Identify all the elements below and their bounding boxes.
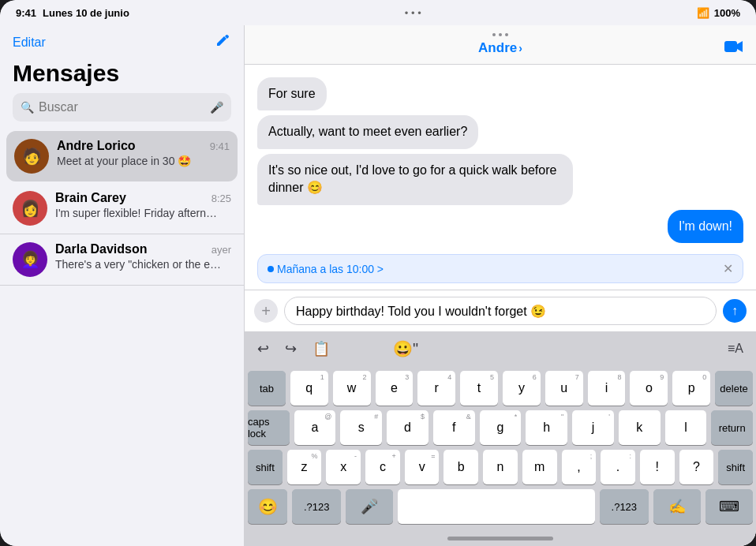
compose-button[interactable]: [214, 32, 231, 54]
add-attachment-button[interactable]: +: [254, 299, 278, 323]
avatar-darla: 👩‍🦱: [13, 242, 47, 277]
scheduled-label: Mañana a las 10:00 >: [277, 263, 384, 275]
key-o[interactable]: 9o: [630, 371, 668, 406]
chat-area: Andre › For sure Actually, want to meet …: [245, 25, 756, 546]
message-bubble-4: I'm down!: [668, 210, 743, 243]
redo-button[interactable]: ↪: [285, 340, 297, 357]
conv-name-andre: Andre Lorico: [57, 139, 136, 153]
scheduled-text[interactable]: Mañana a las 10:00 >: [268, 263, 384, 275]
key-period[interactable]: :.: [601, 450, 635, 484]
keyboard: tab 1q 2w 3e 4r 5t 6y 7u 8i 9o 0p delete…: [245, 366, 756, 530]
avatar-andre: 🧑: [14, 139, 49, 174]
space-key[interactable]: [398, 489, 594, 524]
status-time: 9:41: [16, 7, 36, 19]
key-v[interactable]: =v: [405, 450, 440, 484]
keyboard-dismiss-key[interactable]: ⌨: [705, 489, 753, 524]
conversation-item-andre[interactable]: 🧑 Andre Lorico 9:41 Meet at your place i…: [6, 131, 238, 181]
scheduled-dot-icon: [268, 266, 274, 272]
search-input[interactable]: [39, 100, 205, 114]
key-x[interactable]: -x: [326, 450, 361, 484]
numpad-key-left[interactable]: .?123: [292, 489, 341, 524]
key-e[interactable]: 3e: [376, 371, 414, 406]
key-u[interactable]: 7u: [545, 371, 583, 406]
status-date: Lunes 10 de junio: [43, 7, 129, 19]
conv-time-darla: ayer: [211, 244, 231, 256]
search-icon: 🔍: [21, 101, 34, 114]
scheduled-banner: Mañana a las 10:00 > ✕: [257, 254, 743, 283]
key-n[interactable]: n: [483, 450, 518, 484]
key-y[interactable]: 6y: [503, 371, 541, 406]
send-button[interactable]: ↑: [723, 299, 747, 323]
key-j[interactable]: 'j: [572, 410, 614, 445]
message-row-1: For sure: [257, 77, 743, 110]
key-s[interactable]: #s: [340, 410, 382, 445]
key-k[interactable]: k: [619, 410, 661, 445]
chat-header: Andre ›: [245, 25, 756, 65]
key-c[interactable]: +c: [365, 450, 400, 484]
key-comma[interactable]: ;,: [562, 450, 597, 484]
key-r[interactable]: 4r: [417, 371, 455, 406]
input-area: + ↑: [245, 290, 756, 331]
key-question[interactable]: ?: [679, 450, 714, 484]
undo-button[interactable]: ↩: [257, 340, 269, 357]
conversation-item-brain[interactable]: 👩 Brain Carey 8:25 I'm super flexible! F…: [0, 183, 244, 234]
shift-left-key[interactable]: shift: [248, 450, 283, 484]
battery-icon: 100%: [714, 7, 740, 19]
search-bar[interactable]: 🔍 🎤: [13, 93, 231, 122]
key-i[interactable]: 8i: [588, 371, 626, 406]
wifi-icon: 📶: [697, 7, 709, 19]
format-button[interactable]: ≡A: [728, 342, 743, 356]
avatar-brain: 👩: [13, 191, 47, 226]
sidebar-title: Mensajes: [0, 57, 244, 93]
conv-time-brain: 8:25: [211, 193, 231, 204]
key-b[interactable]: b: [443, 450, 478, 484]
shift-right-key[interactable]: shift: [718, 450, 753, 484]
facetime-button[interactable]: [724, 38, 743, 58]
key-f[interactable]: &f: [433, 410, 475, 445]
scheduled-close-button[interactable]: ✕: [723, 261, 733, 276]
caps-lock-key[interactable]: caps lock: [248, 410, 290, 445]
avatar-emoji-brain: 👩: [21, 199, 40, 218]
edit-button[interactable]: Editar: [13, 36, 46, 50]
key-d[interactable]: $d: [387, 410, 429, 445]
dot-1: [492, 33, 496, 36]
avatar-emoji-andre: 🧑: [22, 147, 42, 166]
sidebar-header: Editar: [0, 25, 244, 57]
scribble-key[interactable]: ✍: [653, 489, 701, 524]
clipboard-button[interactable]: 📋: [313, 340, 330, 357]
key-t[interactable]: 5t: [460, 371, 498, 406]
chat-contact-name[interactable]: Andre ›: [478, 40, 522, 56]
status-dots: • • •: [405, 7, 421, 19]
key-q[interactable]: 1q: [290, 371, 328, 406]
message-input[interactable]: [284, 297, 717, 325]
key-row-2: caps lock @a #s $d &f *g "h 'j k l retur…: [248, 410, 753, 445]
conv-preview-andre: Meet at your place in 30 🤩: [57, 155, 223, 167]
conv-name-brain: Brain Carey: [55, 191, 126, 205]
return-key[interactable]: return: [711, 410, 753, 445]
conv-info-andre: Andre Lorico 9:41 Meet at your place in …: [57, 139, 230, 167]
key-exclaim[interactable]: !: [640, 450, 675, 484]
key-h[interactable]: "h: [526, 410, 567, 445]
key-a[interactable]: @a: [294, 410, 336, 445]
key-m[interactable]: m: [522, 450, 557, 484]
sidebar: Editar Mensajes 🔍 🎤 🧑: [0, 25, 245, 546]
status-bar: 9:41 Lunes 10 de junio • • • 📶 100%: [0, 0, 756, 25]
status-bar-right: 📶 100%: [697, 7, 740, 19]
message-bubble-1: For sure: [257, 77, 327, 110]
microphone-icon: 🎤: [210, 101, 223, 114]
emoji-keyboard-key[interactable]: 😊: [248, 489, 287, 524]
conv-info-darla: Darla Davidson ayer There's a very "chic…: [55, 242, 231, 271]
emoji-button[interactable]: 😀": [393, 339, 418, 358]
key-p[interactable]: 0p: [672, 371, 710, 406]
conversation-item-darla[interactable]: 👩‍🦱 Darla Davidson ayer There's a very "…: [0, 234, 244, 286]
key-w[interactable]: 2w: [333, 371, 371, 406]
dictation-key[interactable]: 🎤: [346, 489, 393, 524]
key-g[interactable]: *g: [480, 410, 522, 445]
conv-preview-darla: There's a very "chicken or the egg" thin…: [55, 258, 221, 271]
delete-key[interactable]: delete: [715, 371, 753, 406]
key-z[interactable]: %z: [287, 450, 322, 484]
numpad-key-right[interactable]: .?123: [600, 489, 649, 524]
key-l[interactable]: l: [665, 410, 707, 445]
tab-key[interactable]: tab: [248, 371, 286, 406]
status-bar-left: 9:41 Lunes 10 de junio: [16, 7, 129, 19]
